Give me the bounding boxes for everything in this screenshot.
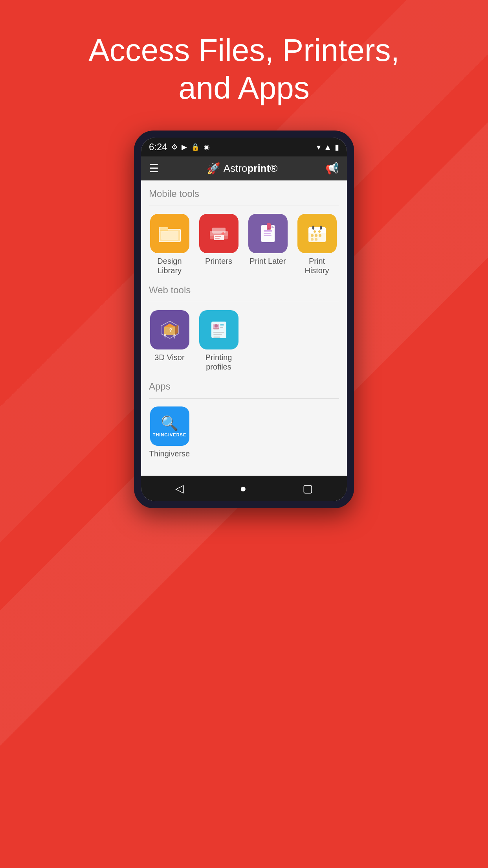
- print-later-item[interactable]: Print Later: [247, 214, 288, 275]
- web-tools-divider: [149, 302, 339, 302]
- svg-rect-31: [315, 238, 317, 241]
- svg-rect-13: [213, 233, 221, 234]
- design-library-icon: [150, 214, 189, 253]
- svg-rect-11: [215, 238, 220, 239]
- app-name: Astroprint®: [224, 162, 278, 175]
- apps-title: Apps: [149, 381, 339, 392]
- svg-marker-37: [175, 324, 178, 335]
- phone-screen: 6:24 ⚙ ▶ 🔒 ◉ ▾ ▲ ▮ ☰ 🚀 Astroprint® 📢: [141, 138, 347, 501]
- visor-icon-svg: ?: [158, 318, 182, 342]
- print-later-label: Print Later: [250, 256, 286, 266]
- svg-point-32: [314, 230, 316, 233]
- svg-rect-27: [311, 234, 314, 237]
- printers-item[interactable]: Printers: [198, 214, 239, 275]
- svg-point-45: [215, 324, 218, 327]
- printers-label: Printers: [205, 256, 232, 266]
- svg-rect-9: [214, 235, 224, 240]
- svg-rect-43: [211, 322, 226, 338]
- svg-rect-29: [319, 234, 321, 237]
- web-tools-section: Web tools: [149, 285, 339, 371]
- phone-device: 6:24 ⚙ ▶ 🔒 ◉ ▾ ▲ ▮ ☰ 🚀 Astroprint® 📢: [134, 131, 354, 508]
- svg-rect-18: [264, 233, 271, 234]
- svg-rect-26: [320, 226, 322, 230]
- svg-rect-49: [213, 332, 224, 333]
- wifi-icon: ▾: [317, 142, 321, 152]
- thingiverse-icon-box: 🔍 THINGIVERSE: [150, 406, 189, 446]
- thingiverse-label: Thingiverse: [149, 449, 190, 458]
- lock-status-icon: 🔒: [191, 143, 200, 151]
- printing-profiles-item[interactable]: Printingprofiles: [198, 310, 239, 371]
- svg-rect-28: [315, 234, 317, 237]
- printing-profiles-label: Printingprofiles: [205, 353, 232, 371]
- svg-point-39: [173, 334, 176, 337]
- rocket-icon: 🚀: [207, 162, 220, 175]
- page-title: Access Files, Printers, and Apps: [57, 0, 431, 131]
- 3d-visor-icon: ?: [150, 310, 189, 349]
- mobile-tools-title: Mobile tools: [149, 188, 339, 199]
- svg-point-33: [318, 230, 321, 233]
- printer-icon-svg: [208, 224, 229, 243]
- svg-rect-19: [264, 235, 272, 236]
- print-history-icon: [297, 214, 337, 253]
- printers-icon: [199, 214, 238, 253]
- print-later-icon-svg: [258, 223, 278, 244]
- nav-bar: ◁ ● ▢: [141, 476, 347, 501]
- status-bar: 6:24 ⚙ ▶ 🔒 ◉ ▾ ▲ ▮: [141, 138, 347, 156]
- apps-grid: 🔍 THINGIVERSE Thingiverse: [149, 406, 339, 458]
- web-tools-title: Web tools: [149, 285, 339, 296]
- svg-rect-24: [308, 230, 326, 233]
- status-time: 6:24: [149, 142, 167, 153]
- svg-text:?: ?: [169, 327, 172, 333]
- apps-section: Apps 🔍 THINGIVERSE Thingiverse: [149, 381, 339, 458]
- app-logo: 🚀 Astroprint®: [207, 162, 278, 175]
- svg-rect-17: [264, 230, 272, 232]
- mobile-tools-section: Mobile tools: [149, 188, 339, 275]
- thingiverse-search-icon: 🔍: [161, 415, 178, 432]
- svg-marker-36: [164, 324, 175, 327]
- svg-rect-50: [213, 334, 222, 335]
- back-button[interactable]: ◁: [175, 482, 184, 495]
- folder-icon-svg: [159, 224, 181, 243]
- main-content: Mobile tools: [141, 180, 347, 476]
- notification-icon[interactable]: 📢: [325, 162, 339, 175]
- apps-divider: [149, 398, 339, 399]
- 3d-visor-item[interactable]: ? 3D Visor: [149, 310, 190, 371]
- svg-rect-48: [220, 327, 223, 328]
- hamburger-menu-icon[interactable]: ☰: [149, 162, 159, 175]
- status-left: 6:24 ⚙ ▶ 🔒 ◉: [149, 142, 210, 153]
- svg-rect-5: [161, 231, 178, 240]
- settings-status-icon: ⚙: [171, 143, 178, 151]
- svg-rect-47: [220, 324, 224, 326]
- 3d-visor-label: 3D Visor: [154, 353, 184, 362]
- print-history-item[interactable]: Print History: [296, 214, 338, 275]
- play-status-icon: ▶: [182, 143, 187, 151]
- svg-point-12: [222, 232, 224, 235]
- home-button[interactable]: ●: [240, 482, 247, 495]
- calendar-icon-svg: [307, 223, 327, 244]
- thingiverse-item[interactable]: 🔍 THINGIVERSE Thingiverse: [149, 406, 190, 458]
- svg-rect-46: [213, 328, 219, 329]
- mobile-tools-grid: DesignLibrary: [149, 214, 339, 275]
- svg-rect-8: [212, 228, 226, 233]
- svg-rect-51: [213, 337, 220, 338]
- print-history-label: Print History: [296, 256, 338, 275]
- svg-rect-4: [160, 227, 168, 231]
- status-right: ▾ ▲ ▮: [317, 142, 339, 152]
- printing-profiles-icon: [199, 310, 238, 349]
- app-bar: ☰ 🚀 Astroprint® 📢: [141, 156, 347, 180]
- signal-icon: ▲: [324, 143, 332, 152]
- battery-icon: ▮: [335, 142, 339, 152]
- recents-button[interactable]: ▢: [303, 482, 313, 495]
- circle-status-icon: ◉: [204, 143, 210, 151]
- web-tools-grid: ? 3D Visor: [149, 310, 339, 371]
- svg-point-38: [164, 334, 166, 337]
- profiles-icon-svg: [208, 319, 229, 340]
- thingiverse-text-label: THINGIVERSE: [153, 432, 187, 437]
- svg-rect-25: [312, 226, 314, 230]
- svg-rect-30: [311, 238, 314, 241]
- design-library-label: DesignLibrary: [157, 256, 182, 275]
- svg-rect-10: [215, 236, 221, 237]
- design-library-item[interactable]: DesignLibrary: [149, 214, 190, 275]
- print-later-icon: [248, 214, 288, 253]
- mobile-tools-divider: [149, 206, 339, 206]
